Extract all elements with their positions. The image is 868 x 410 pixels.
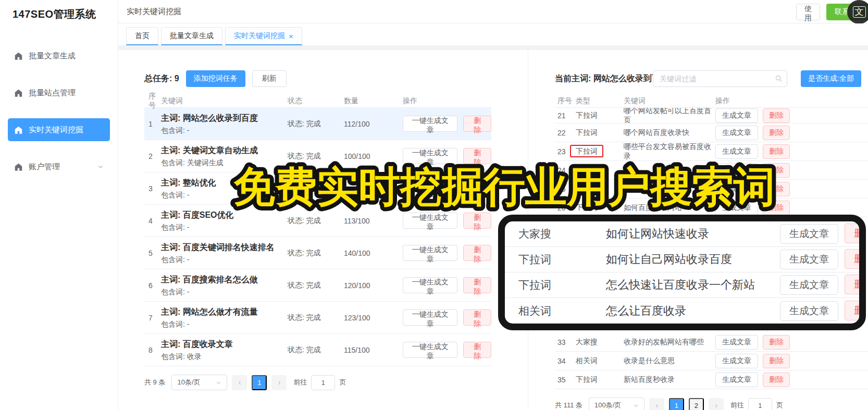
delete-button[interactable]: 删除 bbox=[845, 275, 859, 294]
task-row[interactable]: 3 主词: 整站优化 包含词: - 状态: 完成 一键生成文章 删除 bbox=[144, 172, 491, 205]
generate-article-button[interactable]: 一键生成文章 bbox=[403, 245, 457, 261]
keyword-row[interactable]: 33 大家搜 收录好的发帖网站有哪些 生成文章 删除 bbox=[555, 333, 868, 352]
delete-button[interactable]: 删除 bbox=[845, 223, 859, 243]
clipped-delete-area: 删除 bbox=[845, 301, 859, 321]
task-row[interactable]: 7 主词: 网站怎么做才有流量 包含词: - 状态: 完成 123/100 一键… bbox=[144, 302, 491, 334]
goto-page: 前往 页 bbox=[293, 375, 346, 390]
generate-article-button[interactable]: 生成文章 bbox=[715, 335, 758, 350]
generate-article-button[interactable]: 生成文章 bbox=[715, 108, 758, 123]
delete-button[interactable]: 删除 bbox=[463, 245, 491, 261]
tab-close-icon[interactable]: × bbox=[289, 32, 293, 41]
delete-button[interactable]: 删除 bbox=[463, 342, 491, 358]
page-size-select[interactable]: 10条/页 bbox=[171, 375, 227, 390]
type-badge: 下拉词 bbox=[576, 166, 598, 174]
generate-article-button[interactable]: 生成文章 bbox=[715, 144, 758, 159]
generate-article-button[interactable]: 一键生成文章 bbox=[403, 309, 457, 326]
delete-button[interactable]: 删除 bbox=[763, 354, 790, 368]
actions-cell: 一键生成文章 删除 bbox=[403, 277, 491, 293]
magnified-row: 大家搜 如何让网站快速收录 生成文章 删除 bbox=[505, 221, 859, 247]
sidebar-item[interactable]: 批量文章生成 bbox=[8, 44, 110, 67]
task-row[interactable]: 1 主词: 网站怎么收录到百度 包含词: - 状态: 完成 112/100 一键… bbox=[144, 108, 491, 140]
actions-cell: 一键生成文章 删除 bbox=[403, 213, 491, 229]
generate-article-button[interactable]: 一键生成文章 bbox=[403, 277, 457, 293]
keyword-row[interactable]: 22 下拉词 哪个网站百度收录快 生成文章 删除 bbox=[555, 123, 868, 142]
chevron-down-icon bbox=[97, 164, 104, 170]
sidebar-item[interactable]: 实时关键词挖掘 bbox=[8, 118, 110, 141]
page-button[interactable]: 1 bbox=[252, 375, 267, 390]
type-cell: 下拉词 bbox=[576, 147, 624, 156]
keyword-row[interactable]: 35 下拉词 新站百度秒收录 生成文章 删除 bbox=[555, 370, 868, 389]
generate-all-button[interactable]: 是否生成:全部 bbox=[801, 70, 861, 87]
translate-icon[interactable]: 文 bbox=[847, 0, 868, 24]
generate-article-button[interactable]: 生成文章 bbox=[715, 163, 758, 178]
generate-article-button[interactable]: 一键生成文章 bbox=[403, 180, 457, 196]
prev-page-button[interactable]: ‹ bbox=[649, 398, 664, 410]
delete-button[interactable]: 删除 bbox=[463, 116, 491, 132]
delete-button[interactable]: 删除 bbox=[763, 372, 790, 387]
task-row[interactable]: 2 主词: 关键词文章自动生成 包含词: 关键词生成 状态: 完成 100/10… bbox=[144, 140, 491, 172]
delete-button[interactable]: 删除 bbox=[463, 148, 491, 164]
keyword-cell: 哪个网站发帖可以上百度首页 bbox=[624, 108, 715, 123]
generate-article-button[interactable]: 一键生成文章 bbox=[403, 116, 457, 132]
delete-button[interactable]: 删除 bbox=[763, 163, 790, 178]
delete-button[interactable]: 删除 bbox=[763, 201, 790, 215]
generate-article-button[interactable]: 生成文章 bbox=[780, 250, 838, 269]
generate-article-button[interactable]: 生成文章 bbox=[715, 372, 758, 387]
task-panel: 总任务: 9 添加挖词任务 刷新 序号 关键词 状态 数量 操作 1 主词: 网… bbox=[144, 70, 491, 390]
type-badge: 下拉词 bbox=[576, 111, 598, 119]
keyword-row[interactable]: 25 大家搜 生成文章 删除 bbox=[555, 180, 868, 198]
col-keyword: 关键词 bbox=[624, 96, 715, 106]
generate-article-button[interactable]: 生成文章 bbox=[715, 354, 758, 368]
delete-button[interactable]: 删除 bbox=[763, 126, 790, 140]
generate-article-button[interactable]: 生成文章 bbox=[715, 126, 758, 140]
type-badge: 下拉词 bbox=[576, 203, 598, 212]
sidebar-item[interactable]: 批量站点管理 bbox=[8, 81, 110, 104]
generate-article-button[interactable]: 一键生成文章 bbox=[403, 342, 457, 358]
actions-cell: 生成文章 删除 bbox=[715, 126, 868, 140]
generate-article-button[interactable]: 生成文章 bbox=[715, 201, 758, 215]
delete-button[interactable]: 删除 bbox=[763, 335, 790, 350]
keyword-filter-input[interactable] bbox=[653, 70, 787, 87]
tab[interactable]: 首页 bbox=[126, 27, 158, 45]
goto-page-input[interactable] bbox=[311, 375, 335, 390]
keyword-row[interactable]: 21 下拉词 哪个网站发帖可以上百度首页 生成文章 删除 bbox=[555, 108, 868, 123]
actions-cell: 生成文章 删除 bbox=[715, 163, 868, 178]
page-button[interactable]: 2 bbox=[689, 398, 704, 410]
delete-button[interactable]: 删除 bbox=[763, 144, 790, 159]
goto-page-input[interactable] bbox=[748, 398, 772, 410]
next-page-button[interactable]: › bbox=[709, 398, 724, 410]
delete-button[interactable]: 删除 bbox=[463, 180, 491, 196]
generate-article-button[interactable]: 一键生成文章 bbox=[403, 213, 457, 229]
task-row[interactable]: 8 主词: 百度收录文章 包含词: 收录 状态: 完成 115/100 一键生成… bbox=[144, 334, 491, 366]
delete-button[interactable]: 删除 bbox=[463, 309, 491, 326]
next-page-button[interactable]: › bbox=[271, 375, 287, 390]
delete-button[interactable]: 删除 bbox=[845, 249, 859, 269]
generate-article-button[interactable]: 生成文章 bbox=[780, 301, 838, 321]
generate-article-button[interactable]: 生成文章 bbox=[715, 182, 758, 196]
tab[interactable]: 批量文章生成 bbox=[161, 27, 222, 45]
refresh-button[interactable]: 刷新 bbox=[252, 70, 287, 87]
generate-article-button[interactable]: 生成文章 bbox=[780, 224, 838, 244]
page-button[interactable]: 1 bbox=[669, 398, 684, 410]
delete-button[interactable]: 删除 bbox=[763, 182, 790, 196]
delete-button[interactable]: 删除 bbox=[463, 213, 491, 229]
task-row[interactable]: 5 主词: 百度关键词排名快速排名 包含词: - 状态: 完成 140/100 … bbox=[144, 237, 491, 269]
task-row[interactable]: 4 主词: 百度SEO优化 包含词: - 状态: 完成 113/100 一键生成… bbox=[144, 205, 491, 237]
type-cell: 相关词 bbox=[518, 304, 606, 318]
delete-button[interactable]: 删除 bbox=[763, 108, 790, 123]
tab[interactable]: 实时关键词挖掘 × bbox=[225, 27, 302, 45]
delete-button[interactable]: 删除 bbox=[845, 301, 859, 320]
generate-article-button[interactable]: 生成文章 bbox=[780, 275, 838, 295]
prev-page-button[interactable]: ‹ bbox=[232, 375, 247, 390]
generate-article-button[interactable]: 一键生成文章 bbox=[403, 148, 457, 164]
add-task-button[interactable]: 添加挖词任务 bbox=[186, 70, 245, 87]
sidebar-item[interactable]: 账户管理 bbox=[8, 155, 110, 178]
tutorial-button[interactable]: 使用教程 bbox=[796, 4, 820, 20]
actions-cell: 生成文章 删除 bbox=[715, 108, 868, 123]
keyword-row[interactable]: 23 下拉词 哪些平台发文容易被百度收录 生成文章 删除 bbox=[555, 142, 868, 161]
task-row[interactable]: 6 主词: 百度搜索排名怎么做 包含词: - 状态: 完成 120/100 一键… bbox=[144, 269, 491, 302]
keyword-row[interactable]: 34 相关词 收录是什么意思 生成文章 删除 bbox=[555, 352, 868, 370]
page-size-select[interactable]: 100条/页 bbox=[589, 397, 644, 410]
delete-button[interactable]: 删除 bbox=[463, 277, 491, 293]
keyword-row[interactable]: 24 下拉词 生成文章 删除 bbox=[555, 161, 868, 180]
